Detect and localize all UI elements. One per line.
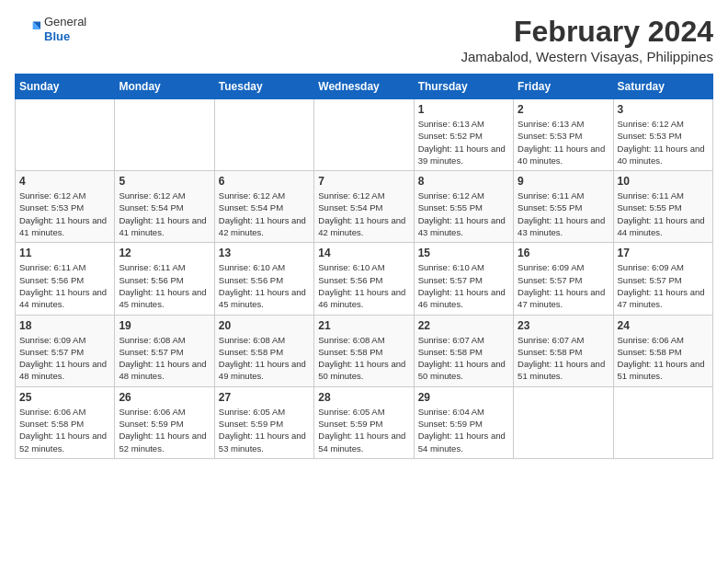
day-info: Sunrise: 6:08 AM Sunset: 5:58 PM Dayligh… [318, 334, 409, 383]
calendar-cell: 21Sunrise: 6:08 AM Sunset: 5:58 PM Dayli… [314, 315, 414, 386]
logo-text: General Blue [44, 15, 86, 43]
day-info: Sunrise: 6:08 AM Sunset: 5:58 PM Dayligh… [219, 334, 310, 383]
day-info: Sunrise: 6:10 AM Sunset: 5:57 PM Dayligh… [418, 261, 509, 310]
calendar-cell [613, 386, 712, 458]
calendar-cell: 27Sunrise: 6:05 AM Sunset: 5:59 PM Dayli… [214, 386, 313, 458]
calendar-cell: 2Sunrise: 6:13 AM Sunset: 5:53 PM Daylig… [514, 99, 613, 171]
logo-blue: Blue [44, 29, 86, 44]
day-info: Sunrise: 6:10 AM Sunset: 5:56 PM Dayligh… [318, 261, 409, 310]
day-info: Sunrise: 6:13 AM Sunset: 5:53 PM Dayligh… [518, 118, 609, 167]
day-info: Sunrise: 6:11 AM Sunset: 5:56 PM Dayligh… [19, 261, 110, 310]
calendar-cell: 3Sunrise: 6:12 AM Sunset: 5:53 PM Daylig… [613, 99, 712, 171]
day-number: 14 [318, 247, 409, 259]
calendar-header-row: SundayMondayTuesdayWednesdayThursdayFrid… [16, 75, 713, 99]
calendar-cell: 23Sunrise: 6:07 AM Sunset: 5:58 PM Dayli… [514, 315, 613, 386]
day-info: Sunrise: 6:09 AM Sunset: 5:57 PM Dayligh… [19, 334, 110, 383]
day-info: Sunrise: 6:12 AM Sunset: 5:55 PM Dayligh… [418, 190, 509, 238]
calendar-cell: 15Sunrise: 6:10 AM Sunset: 5:57 PM Dayli… [414, 243, 513, 315]
day-info: Sunrise: 6:11 AM Sunset: 5:55 PM Dayligh… [618, 190, 709, 238]
calendar-cell: 17Sunrise: 6:09 AM Sunset: 5:57 PM Dayli… [613, 243, 712, 315]
calendar-cell [314, 99, 414, 171]
day-number: 19 [119, 319, 210, 332]
day-info: Sunrise: 6:11 AM Sunset: 5:56 PM Dayligh… [119, 261, 210, 310]
calendar-header-sunday: Sunday [16, 75, 115, 99]
day-number: 26 [119, 391, 210, 404]
day-info: Sunrise: 6:12 AM Sunset: 5:54 PM Dayligh… [219, 190, 310, 238]
day-number: 24 [618, 319, 709, 332]
calendar-cell: 1Sunrise: 6:13 AM Sunset: 5:52 PM Daylig… [414, 99, 513, 171]
day-number: 22 [418, 319, 509, 332]
day-number: 2 [518, 103, 609, 116]
calendar-header-wednesday: Wednesday [314, 75, 414, 99]
day-info: Sunrise: 6:11 AM Sunset: 5:55 PM Dayligh… [518, 190, 609, 238]
day-info: Sunrise: 6:12 AM Sunset: 5:54 PM Dayligh… [318, 190, 409, 238]
subtitle: Jamabalod, Western Visayas, Philippines [461, 49, 713, 64]
calendar-cell [514, 386, 613, 458]
logo-icon [15, 17, 40, 42]
day-number: 25 [19, 391, 110, 404]
calendar-header-thursday: Thursday [414, 75, 513, 99]
calendar-cell: 11Sunrise: 6:11 AM Sunset: 5:56 PM Dayli… [16, 243, 115, 315]
day-number: 17 [618, 247, 709, 259]
calendar-week-row: 11Sunrise: 6:11 AM Sunset: 5:56 PM Dayli… [16, 243, 713, 315]
calendar-cell: 25Sunrise: 6:06 AM Sunset: 5:58 PM Dayli… [16, 386, 115, 458]
day-info: Sunrise: 6:09 AM Sunset: 5:57 PM Dayligh… [518, 261, 609, 310]
calendar-week-row: 4Sunrise: 6:12 AM Sunset: 5:53 PM Daylig… [16, 171, 713, 243]
calendar-cell: 4Sunrise: 6:12 AM Sunset: 5:53 PM Daylig… [16, 171, 115, 243]
day-number: 10 [618, 175, 709, 188]
logo: General Blue [15, 15, 86, 43]
calendar-header-monday: Monday [115, 75, 214, 99]
day-number: 28 [318, 391, 409, 404]
day-info: Sunrise: 6:13 AM Sunset: 5:52 PM Dayligh… [418, 118, 509, 167]
day-number: 11 [19, 247, 110, 259]
day-number: 15 [418, 247, 509, 259]
calendar-cell: 9Sunrise: 6:11 AM Sunset: 5:55 PM Daylig… [514, 171, 613, 243]
calendar-week-row: 18Sunrise: 6:09 AM Sunset: 5:57 PM Dayli… [16, 315, 713, 386]
day-info: Sunrise: 6:07 AM Sunset: 5:58 PM Dayligh… [418, 334, 509, 383]
day-info: Sunrise: 6:12 AM Sunset: 5:53 PM Dayligh… [618, 118, 709, 167]
title-section: February 2024 Jamabalod, Western Visayas… [461, 15, 713, 64]
calendar-cell: 14Sunrise: 6:10 AM Sunset: 5:56 PM Dayli… [314, 243, 414, 315]
day-info: Sunrise: 6:06 AM Sunset: 5:59 PM Dayligh… [119, 406, 210, 454]
main-title: February 2024 [461, 15, 713, 49]
day-number: 8 [418, 175, 509, 188]
day-number: 3 [618, 103, 709, 116]
calendar-cell [214, 99, 313, 171]
day-number: 13 [219, 247, 310, 259]
calendar-cell: 12Sunrise: 6:11 AM Sunset: 5:56 PM Dayli… [115, 243, 214, 315]
day-info: Sunrise: 6:12 AM Sunset: 5:53 PM Dayligh… [19, 190, 110, 238]
day-info: Sunrise: 6:07 AM Sunset: 5:58 PM Dayligh… [518, 334, 609, 383]
day-info: Sunrise: 6:04 AM Sunset: 5:59 PM Dayligh… [418, 406, 509, 454]
logo-general: General [44, 15, 86, 29]
calendar-cell: 10Sunrise: 6:11 AM Sunset: 5:55 PM Dayli… [613, 171, 712, 243]
day-info: Sunrise: 6:05 AM Sunset: 5:59 PM Dayligh… [318, 406, 409, 454]
calendar-header-tuesday: Tuesday [214, 75, 313, 99]
day-info: Sunrise: 6:05 AM Sunset: 5:59 PM Dayligh… [219, 406, 310, 454]
calendar-cell: 24Sunrise: 6:06 AM Sunset: 5:58 PM Dayli… [613, 315, 712, 386]
calendar-header-saturday: Saturday [613, 75, 712, 99]
calendar-cell: 26Sunrise: 6:06 AM Sunset: 5:59 PM Dayli… [115, 386, 214, 458]
day-number: 16 [518, 247, 609, 259]
calendar-cell: 20Sunrise: 6:08 AM Sunset: 5:58 PM Dayli… [214, 315, 313, 386]
calendar-cell: 28Sunrise: 6:05 AM Sunset: 5:59 PM Dayli… [314, 386, 414, 458]
day-number: 23 [518, 319, 609, 332]
calendar-week-row: 1Sunrise: 6:13 AM Sunset: 5:52 PM Daylig… [16, 99, 713, 171]
day-number: 20 [219, 319, 310, 332]
day-info: Sunrise: 6:10 AM Sunset: 5:56 PM Dayligh… [219, 261, 310, 310]
calendar-cell [16, 99, 115, 171]
calendar-cell: 8Sunrise: 6:12 AM Sunset: 5:55 PM Daylig… [414, 171, 513, 243]
day-number: 1 [418, 103, 509, 116]
header: General Blue February 2024 Jamabalod, We… [15, 15, 713, 64]
calendar: SundayMondayTuesdayWednesdayThursdayFrid… [15, 74, 713, 459]
day-number: 6 [219, 175, 310, 188]
day-info: Sunrise: 6:08 AM Sunset: 5:57 PM Dayligh… [119, 334, 210, 383]
day-number: 12 [119, 247, 210, 259]
calendar-cell: 22Sunrise: 6:07 AM Sunset: 5:58 PM Dayli… [414, 315, 513, 386]
day-number: 29 [418, 391, 509, 404]
day-info: Sunrise: 6:09 AM Sunset: 5:57 PM Dayligh… [618, 261, 709, 310]
day-number: 9 [518, 175, 609, 188]
calendar-cell: 16Sunrise: 6:09 AM Sunset: 5:57 PM Dayli… [514, 243, 613, 315]
calendar-header-friday: Friday [514, 75, 613, 99]
day-number: 4 [19, 175, 110, 188]
calendar-cell: 5Sunrise: 6:12 AM Sunset: 5:54 PM Daylig… [115, 171, 214, 243]
